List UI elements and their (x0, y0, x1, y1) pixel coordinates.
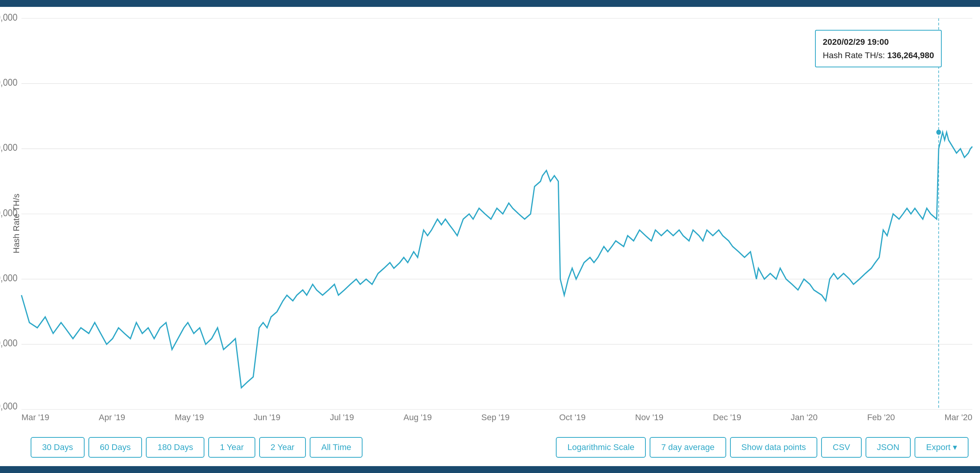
svg-text:160,000,000: 160,000,000 (0, 12, 18, 23)
top-bar (0, 0, 980, 7)
x-label-may19: May '19 (175, 413, 204, 429)
grid-and-plot: 2020/02/29 19:00 Hash Rate TH/s: 136,264… (21, 18, 972, 409)
btn-show-data-points[interactable]: Show data points (730, 437, 818, 458)
btn-alltime[interactable]: All Time (310, 437, 363, 458)
btn-json[interactable]: JSON (866, 437, 911, 458)
btn-30days[interactable]: 30 Days (31, 437, 85, 458)
x-label-jul19: Jul '19 (330, 413, 354, 429)
svg-text:120,000,000: 120,000,000 (0, 142, 18, 153)
x-label-nov19: Nov '19 (635, 413, 663, 429)
svg-text:80,000,000: 80,000,000 (0, 272, 18, 283)
btn-export[interactable]: Export ▾ (915, 437, 969, 458)
x-label-aug19: Aug '19 (403, 413, 432, 429)
chart-inner: 2020/02/29 19:00 Hash Rate TH/s: 136,264… (21, 18, 972, 429)
tooltip-dot (936, 130, 941, 135)
chart-area: Hash Rate TH/s 2020/02/29 19:00 Hash Rat… (8, 18, 972, 429)
x-label-feb20: Feb '20 (867, 413, 895, 429)
x-label-sep19: Sep '19 (481, 413, 510, 429)
x-label-jun19: Jun '19 (253, 413, 280, 429)
svg-text:40,000,000: 40,000,000 (0, 401, 18, 411)
time-range-buttons: 30 Days 60 Days 180 Days 1 Year 2 Year A… (31, 437, 363, 458)
chart-option-buttons: Logarithmic Scale 7 day average Show dat… (556, 437, 969, 458)
x-axis-labels: Mar '19 Apr '19 May '19 Jun '19 Jul '19 … (21, 409, 972, 429)
chart-svg: 160,000,000 140,000,000 120,000,000 100,… (21, 18, 972, 409)
x-label-oct19: Oct '19 (559, 413, 586, 429)
x-label-dec19: Dec '19 (713, 413, 741, 429)
hash-rate-line (21, 132, 972, 388)
svg-text:140,000,000: 140,000,000 (0, 77, 18, 88)
x-label-jan20: Jan '20 (791, 413, 818, 429)
btn-1year[interactable]: 1 Year (208, 437, 255, 458)
btn-log-scale[interactable]: Logarithmic Scale (556, 437, 646, 458)
x-label-apr19: Apr '19 (99, 413, 125, 429)
btn-2year[interactable]: 2 Year (259, 437, 306, 458)
btn-60days[interactable]: 60 Days (88, 437, 142, 458)
btn-7day-avg[interactable]: 7 day average (650, 437, 726, 458)
chart-container: Hash Rate TH/s 2020/02/29 19:00 Hash Rat… (0, 7, 980, 429)
svg-text:60,000,000: 60,000,000 (0, 338, 18, 348)
bottom-bar (0, 466, 980, 473)
btn-180days[interactable]: 180 Days (146, 437, 204, 458)
btn-csv[interactable]: CSV (821, 437, 861, 458)
svg-text:100,000,000: 100,000,000 (0, 207, 18, 218)
controls-row: 30 Days 60 Days 180 Days 1 Year 2 Year A… (0, 429, 980, 466)
x-label-mar20: Mar '20 (944, 413, 972, 429)
x-label-mar19: Mar '19 (21, 413, 49, 429)
